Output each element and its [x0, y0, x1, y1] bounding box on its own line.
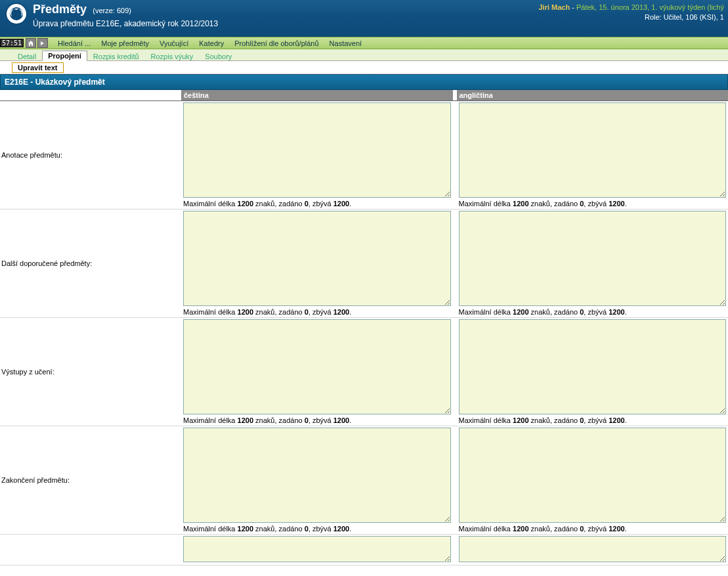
text-en[interactable]	[459, 428, 727, 523]
text-cz[interactable]	[183, 536, 451, 562]
tab-rozpis-vyuky[interactable]: Rozpis výuky	[145, 51, 200, 61]
forward-button[interactable]	[37, 38, 48, 48]
form-row: Výstupy z učení:Maximální délka 1200 zna…	[0, 318, 728, 426]
home-button[interactable]	[26, 38, 36, 48]
col-header-label	[0, 90, 181, 101]
app-title: Předměty (verze: 609)	[33, 7, 131, 14]
row-label: Anotace předmětu:	[0, 101, 181, 210]
main-toolbar: 57:51 Hledání ... Moje předměty Vyučujíc…	[0, 37, 728, 49]
current-date: Pátek, 15. února 2013, 1. výukový týden …	[576, 3, 724, 11]
text-cz[interactable]	[183, 211, 451, 306]
arrow-icon	[39, 40, 46, 47]
char-counter: Maximální délka 1200 znaků, zadáno 0, zb…	[183, 308, 451, 316]
char-counter: Maximální délka 1200 znaků, zadáno 0, zb…	[459, 200, 727, 208]
char-counter: Maximální délka 1200 znaků, zadáno 0, zb…	[459, 525, 727, 533]
form-row: Další doporučené předměty:Maximální délk…	[0, 210, 728, 318]
row-label: Další doporučené předměty:	[0, 210, 181, 318]
app-header: Předměty (verze: 609) Úprava předmětu E2…	[0, 0, 728, 37]
char-counter: Maximální délka 1200 znaků, zadáno 0, zb…	[459, 308, 727, 316]
tab-soubory[interactable]: Soubory	[199, 51, 238, 61]
text-en[interactable]	[459, 211, 727, 306]
text-cz[interactable]	[183, 102, 451, 198]
row-label	[0, 535, 181, 565]
row-label: Zakončení předmětu:	[0, 426, 181, 535]
col-header-czech: čeština	[181, 90, 453, 101]
tabs-level2: Upravit text	[0, 61, 728, 74]
menu-vyucujici[interactable]: Vyučující	[154, 38, 194, 49]
form-row: Zakončení předmětu:Maximální délka 1200 …	[0, 426, 728, 535]
text-cz[interactable]	[183, 319, 451, 414]
edit-form-table: čeština angličtina Anotace předmětu:Maxi…	[0, 90, 728, 565]
col-header-english: angličtina	[457, 90, 729, 101]
tab-rozpis-kreditu[interactable]: Rozpis kreditů	[87, 51, 145, 61]
form-row	[0, 535, 728, 565]
tab-upravit-text[interactable]: Upravit text	[12, 62, 64, 73]
user-role: Role: Učitel, 106 (KSI), 1	[539, 12, 725, 22]
text-en[interactable]	[459, 319, 727, 414]
app-logo	[5, 3, 28, 25]
menu-hledani[interactable]: Hledání ...	[53, 38, 96, 49]
user-info: Jiri Mach - Pátek, 15. února 2013, 1. vý…	[539, 3, 725, 23]
char-counter: Maximální délka 1200 znaků, zadáno 0, zb…	[459, 416, 727, 424]
text-en[interactable]	[459, 102, 727, 198]
home-icon	[28, 40, 34, 47]
tab-detail[interactable]: Detail	[12, 51, 42, 61]
main-menu: Hledání ... Moje předměty Vyučující Kate…	[53, 38, 367, 49]
menu-nastaveni[interactable]: Nastavení	[324, 38, 368, 49]
user-name: Jiri Mach	[539, 3, 570, 11]
text-cz[interactable]	[183, 428, 451, 523]
char-counter: Maximální délka 1200 znaků, zadáno 0, zb…	[183, 525, 451, 533]
text-en[interactable]	[459, 536, 727, 562]
menu-prohlizeni[interactable]: Prohlížení dle oborů/plánů	[229, 38, 324, 49]
tabs-level1: Detail Propojení Rozpis kreditů Rozpis v…	[0, 49, 728, 61]
app-subtitle: Úprava předmětu E216E, akademický rok 20…	[33, 19, 218, 28]
page-title: E216E - Ukázkový předmět	[0, 74, 728, 90]
tab-propojeni[interactable]: Propojení	[42, 51, 87, 61]
char-counter: Maximální délka 1200 znaků, zadáno 0, zb…	[183, 416, 451, 424]
session-time: 57:51	[0, 39, 24, 47]
menu-katedry[interactable]: Katedry	[194, 38, 229, 49]
menu-moje-predmety[interactable]: Moje předměty	[96, 38, 154, 49]
char-counter: Maximální délka 1200 znaků, zadáno 0, zb…	[183, 200, 451, 208]
row-label: Výstupy z učení:	[0, 318, 181, 426]
form-row: Anotace předmětu:Maximální délka 1200 zn…	[0, 101, 728, 210]
